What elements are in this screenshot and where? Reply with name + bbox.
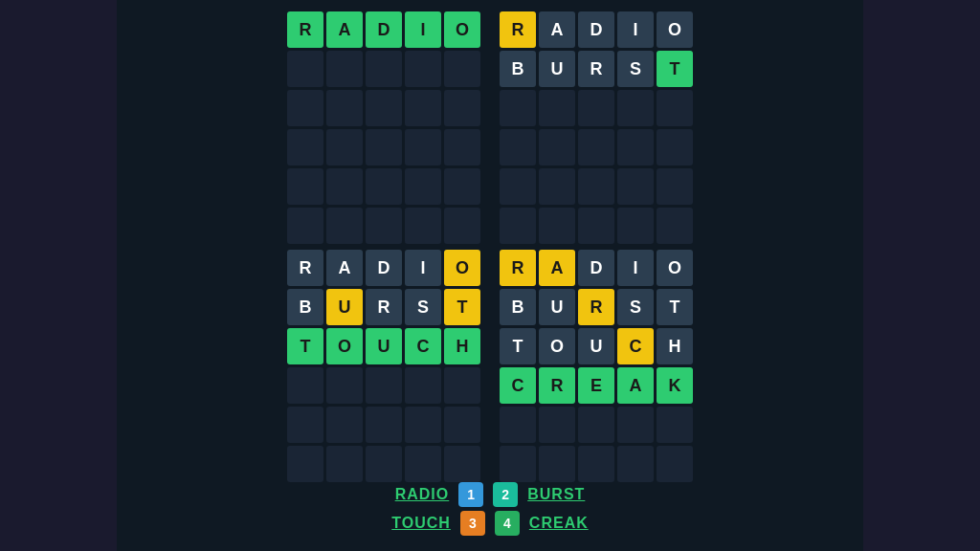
board-cell: [366, 208, 402, 244]
board-cell: [657, 407, 693, 443]
board-row: BURST: [500, 289, 693, 325]
word-row-1: RADIO 1 2 BURST: [395, 482, 586, 507]
badge-4[interactable]: 4: [495, 511, 520, 536]
boards-area: RADIO RADIOBURST: [287, 8, 693, 244]
board-left-top: RADIO: [287, 11, 480, 244]
board-row: [500, 446, 693, 482]
board-row: RADIO: [500, 11, 693, 48]
board-cell: [287, 407, 323, 443]
board-cell: [287, 367, 323, 404]
board-cell: A: [539, 11, 575, 48]
board-cell: [444, 407, 480, 443]
board-cell: [617, 208, 654, 244]
board-right-top: RADIOBURST: [500, 11, 693, 244]
board-cell: [326, 129, 363, 165]
board-cell: [657, 446, 693, 482]
word-touch[interactable]: TOUCH: [391, 515, 451, 532]
badge-2[interactable]: 2: [493, 482, 518, 507]
board-row: [287, 208, 480, 244]
board-cell: [366, 51, 402, 87]
board-row: [500, 129, 693, 165]
badge-3[interactable]: 3: [460, 511, 485, 536]
board-cell: B: [287, 289, 323, 325]
board-cell: T: [657, 51, 693, 87]
board-cell: [539, 407, 575, 443]
board-cell: D: [578, 11, 614, 48]
board-cell: R: [500, 250, 536, 286]
board-cell: I: [405, 250, 441, 286]
word-creak[interactable]: CREAK: [529, 515, 589, 532]
board-cell: [366, 168, 402, 205]
badge-1[interactable]: 1: [458, 482, 483, 507]
game-container: RADIO RADIOBURST RADIOBURSTTOUCH RADIOBU…: [117, 0, 863, 551]
board-cell: A: [539, 250, 575, 286]
board-left-bottom: RADIOBURSTTOUCH: [287, 250, 480, 482]
board-cell: [657, 168, 693, 205]
board-cell: [405, 208, 441, 244]
board-cell: I: [617, 250, 654, 286]
board-cell: [326, 168, 363, 205]
board-row: [500, 407, 693, 443]
board-row: TOUCH: [287, 328, 480, 364]
board-cell: [444, 90, 480, 126]
board-cell: R: [500, 11, 536, 48]
board-cell: [287, 90, 323, 126]
board-cell: [444, 168, 480, 205]
board-cell: O: [539, 328, 575, 364]
board-cell: [326, 90, 363, 126]
board-cell: [405, 407, 441, 443]
board-cell: T: [657, 289, 693, 325]
board-cell: [326, 208, 363, 244]
board-cell: U: [366, 328, 402, 364]
board-cell: [326, 407, 363, 443]
board-cell: D: [366, 250, 402, 286]
board-cell: [539, 208, 575, 244]
word-burst[interactable]: BURST: [527, 486, 585, 503]
board-row: [287, 129, 480, 165]
board-cell: C: [617, 328, 654, 364]
board-cell: [326, 51, 363, 87]
board-cell: O: [326, 328, 363, 364]
board-cell: [500, 129, 536, 165]
board-cell: [500, 90, 536, 126]
board-cell: R: [539, 367, 575, 404]
board-cell: [326, 446, 363, 482]
board-row: RADIO: [287, 250, 480, 286]
board-row: [287, 168, 480, 205]
board-cell: [617, 90, 654, 126]
board-cell: [617, 129, 654, 165]
board-cell: U: [578, 328, 614, 364]
board-cell: [617, 168, 654, 205]
board-cell: [578, 90, 614, 126]
board-row: RADIO: [500, 250, 693, 286]
board-cell: [539, 90, 575, 126]
board-cell: [287, 51, 323, 87]
board-cell: [444, 208, 480, 244]
board-cell: [657, 129, 693, 165]
boards-area-bottom: RADIOBURSTTOUCH RADIOBURSTTOUCHCREAK: [287, 246, 693, 482]
board-cell: S: [617, 289, 654, 325]
word-radio[interactable]: RADIO: [395, 486, 450, 503]
board-cell: T: [444, 289, 480, 325]
board-cell: A: [326, 11, 363, 48]
board-cell: [366, 90, 402, 126]
board-row: [500, 208, 693, 244]
board-cell: [578, 168, 614, 205]
board-cell: O: [444, 250, 480, 286]
board-row: [500, 168, 693, 205]
board-row: [287, 446, 480, 482]
board-cell: [657, 208, 693, 244]
board-cell: [366, 446, 402, 482]
board-cell: [500, 407, 536, 443]
board-cell: [366, 407, 402, 443]
board-cell: [444, 446, 480, 482]
board-cell: [287, 129, 323, 165]
board-row: RADIO: [287, 11, 480, 48]
word-row-2: TOUCH 3 4 CREAK: [391, 511, 588, 536]
board-cell: O: [657, 250, 693, 286]
board-cell: [539, 446, 575, 482]
board-cell: S: [617, 51, 654, 87]
board-cell: [444, 51, 480, 87]
board-cell: [617, 446, 654, 482]
board-row: [287, 90, 480, 126]
